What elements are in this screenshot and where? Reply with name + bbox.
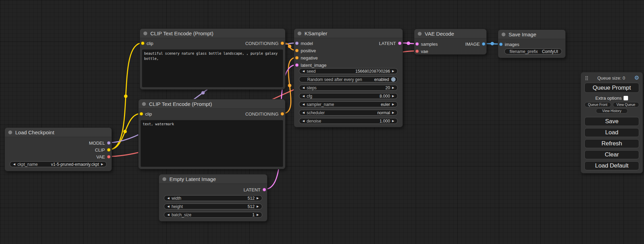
save-button[interactable]: Save	[584, 117, 639, 126]
node-title-bar[interactable]: Load Checkpoint	[5, 128, 112, 137]
latent-output-dot[interactable]	[263, 188, 266, 191]
input-slot-clip[interactable]: clip	[141, 41, 153, 46]
node-load-checkpoint[interactable]: Load Checkpoint MODEL CLIP VAE ◀ ckpt_na…	[5, 127, 112, 171]
model-input-dot[interactable]	[295, 42, 299, 45]
vae-input-dot[interactable]	[415, 49, 419, 53]
output-slot-model[interactable]: MODEL	[89, 141, 111, 145]
output-slot-vae[interactable]: VAE	[96, 154, 111, 159]
decrement-icon[interactable]: ◀	[302, 120, 305, 123]
input-slot-negative[interactable]: negative	[295, 55, 318, 60]
latent-output-dot[interactable]	[398, 42, 402, 45]
output-slot-image[interactable]: IMAGE	[465, 42, 485, 46]
increment-icon[interactable]: ▶	[257, 197, 259, 200]
input-slot-images[interactable]: images	[499, 42, 519, 47]
input-slot-model[interactable]: model	[295, 41, 313, 46]
queue-front-button[interactable]: Queue Front	[584, 102, 611, 107]
load-button[interactable]: Load	[584, 128, 639, 137]
decrement-icon[interactable]: ◀	[167, 197, 169, 200]
output-slot-latent[interactable]: LATENT	[379, 41, 402, 46]
next-value-icon[interactable]: ▶	[392, 103, 394, 106]
increment-icon[interactable]: ▶	[392, 87, 394, 89]
input-slot-samples[interactable]: samples	[415, 42, 438, 46]
collapse-dot-icon[interactable]	[502, 33, 505, 36]
random-seed-toggle-widget[interactable]: Random seed after every gen enabled	[299, 76, 398, 82]
cfg-widget[interactable]: ◀ cfg 8.000 ▶	[299, 93, 398, 99]
image-output-dot[interactable]	[482, 42, 485, 46]
prev-value-icon[interactable]: ◀	[302, 111, 305, 114]
input-slot-positive[interactable]: positive	[295, 48, 316, 53]
clip-input-dot[interactable]	[141, 42, 144, 45]
scheduler-widget[interactable]: ◀ scheduler normal ▶	[299, 110, 398, 116]
output-slot-conditioning[interactable]: CONDITIONING	[245, 41, 284, 46]
latent-input-dot[interactable]	[295, 63, 299, 67]
steps-widget[interactable]: ◀ steps 20 ▶	[299, 85, 398, 91]
extra-options-checkbox[interactable]	[624, 96, 628, 100]
node-title-bar[interactable]: CLIP Text Encode (Prompt)	[140, 29, 285, 38]
node-title-bar[interactable]: KSampler	[294, 29, 403, 38]
node-save-image[interactable]: Save Image images filename_prefix ComfyU…	[498, 29, 566, 58]
drag-handle-icon[interactable]	[585, 76, 588, 80]
filename-prefix-widget[interactable]: filename_prefix ComfyUI	[504, 48, 562, 54]
prev-value-icon[interactable]: ◀	[302, 103, 305, 106]
queue-prompt-button[interactable]: Queue Prompt	[584, 83, 639, 93]
clear-button[interactable]: Clear	[584, 150, 639, 159]
node-title-bar[interactable]: VAE Decode	[414, 29, 486, 38]
clip-input-dot[interactable]	[140, 112, 143, 116]
negative-input-dot[interactable]	[295, 56, 299, 60]
node-ksampler[interactable]: KSampler model positive negative latent_…	[294, 28, 403, 127]
view-queue-button[interactable]: View Queue	[613, 102, 639, 107]
vae-output-dot[interactable]	[107, 155, 111, 159]
increment-icon[interactable]: ▶	[257, 205, 259, 208]
increment-icon[interactable]: ▶	[392, 95, 394, 98]
node-title-bar[interactable]: CLIP Text Encode (Prompt)	[139, 99, 285, 109]
batch-size-widget[interactable]: ◀ batch_size 1 ▶	[164, 212, 262, 218]
collapse-dot-icon[interactable]	[162, 177, 166, 181]
model-output-dot[interactable]	[107, 141, 111, 145]
prompt-textarea[interactable]: text, watermark	[141, 120, 283, 167]
toggle-knob[interactable]	[391, 77, 396, 82]
input-slot-vae[interactable]: vae	[415, 49, 428, 54]
node-graph-canvas[interactable]: Load Checkpoint MODEL CLIP VAE ◀ ckpt_na…	[0, 0, 644, 244]
images-input-dot[interactable]	[499, 43, 503, 46]
node-title-bar[interactable]: Save Image	[498, 30, 565, 39]
ckpt-name-widget[interactable]: ◀ ckpt_name v1-5-pruned-emaonly.ckpt ▶	[10, 161, 107, 167]
next-value-icon[interactable]: ▶	[392, 111, 394, 114]
sampler-name-widget[interactable]: ◀ sampler_name euler ▶	[299, 101, 398, 107]
increment-icon[interactable]: ▶	[392, 120, 394, 123]
increment-icon[interactable]: ▶	[257, 214, 259, 216]
width-widget[interactable]: ◀ width 512 ▶	[164, 195, 262, 201]
prompt-textarea[interactable]: beautiful scenery nature glass bottle la…	[142, 49, 283, 87]
decrement-icon[interactable]: ◀	[167, 205, 169, 208]
clip-output-dot[interactable]	[107, 148, 111, 152]
refresh-button[interactable]: Refresh	[584, 139, 639, 148]
load-default-button[interactable]: Load Default	[584, 161, 639, 170]
node-clip-text-encode-positive[interactable]: CLIP Text Encode (Prompt) clip CONDITION…	[140, 28, 285, 90]
node-vae-decode[interactable]: VAE Decode samples vae IMAGE	[414, 29, 487, 55]
collapse-dot-icon[interactable]	[418, 32, 422, 36]
input-slot-clip[interactable]: clip	[140, 111, 152, 116]
collapse-dot-icon[interactable]	[142, 102, 146, 106]
decrement-icon[interactable]: ◀	[302, 95, 305, 98]
seed-widget[interactable]: ◀ seed 156680208700286 ▶	[299, 68, 398, 74]
output-slot-clip[interactable]: CLIP	[95, 147, 111, 152]
input-slot-latent-image[interactable]: latent_image	[295, 63, 326, 67]
decrement-icon[interactable]: ◀	[302, 70, 305, 73]
output-slot-latent[interactable]: LATENT	[244, 187, 266, 192]
next-value-icon[interactable]: ▶	[101, 163, 103, 166]
collapse-dot-icon[interactable]	[298, 31, 301, 35]
settings-gear-icon[interactable]: ⚙	[634, 75, 639, 81]
prev-value-icon[interactable]: ◀	[13, 163, 15, 166]
positive-input-dot[interactable]	[295, 49, 299, 52]
output-slot-conditioning[interactable]: CONDITIONING	[245, 111, 284, 116]
collapse-dot-icon[interactable]	[8, 130, 12, 134]
node-empty-latent-image[interactable]: Empty Latent Image LATENT ◀ width 512 ▶ …	[159, 174, 267, 222]
node-title-bar[interactable]: Empty Latent Image	[159, 174, 267, 184]
conditioning-output-dot[interactable]	[281, 112, 284, 116]
denoise-widget[interactable]: ◀ denoise 1.000 ▶	[299, 118, 398, 124]
collapse-dot-icon[interactable]	[143, 31, 147, 35]
height-widget[interactable]: ◀ height 512 ▶	[164, 204, 262, 209]
increment-icon[interactable]: ▶	[392, 70, 394, 73]
node-clip-text-encode-negative[interactable]: CLIP Text Encode (Prompt) clip CONDITION…	[138, 99, 285, 169]
view-history-button[interactable]: View History	[596, 108, 628, 114]
conditioning-output-dot[interactable]	[281, 42, 284, 45]
